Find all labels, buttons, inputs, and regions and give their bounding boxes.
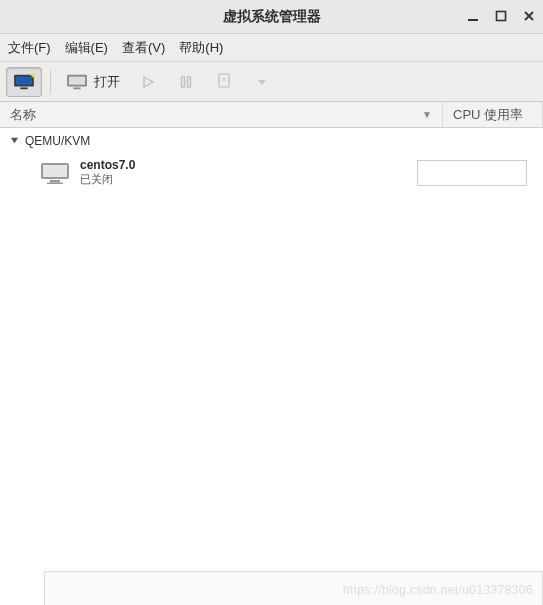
menu-bar: 文件(F) 编辑(E) 查看(V) 帮助(H) [0,34,543,62]
column-name-label: 名称 [10,106,36,124]
vm-status: 已关闭 [80,172,135,187]
svg-rect-17 [43,165,67,177]
shutdown-icon [216,73,232,91]
open-vm-button[interactable]: 打开 [59,67,127,97]
menu-help[interactable]: 帮助(H) [179,39,223,57]
svg-marker-15 [11,138,18,143]
column-name[interactable]: 名称 ▼ [0,102,443,127]
svg-rect-11 [188,77,191,87]
pause-icon [179,75,193,89]
vm-name: centos7.0 [80,158,135,172]
menu-view[interactable]: 查看(V) [122,39,165,57]
open-label: 打开 [94,73,120,91]
svg-marker-14 [258,80,266,85]
run-button[interactable] [131,67,165,97]
footer-panel [44,571,543,605]
column-cpu[interactable]: CPU 使用率 [443,102,543,127]
toolbar: 打开 [0,62,543,102]
svg-rect-10 [182,77,185,87]
svg-rect-8 [73,87,80,89]
connection-name: QEMU/KVM [25,134,90,148]
svg-rect-0 [468,19,478,21]
shutdown-menu-button[interactable] [245,67,279,97]
vm-tree[interactable]: QEMU/KVM centos7.0 已关闭 [0,128,543,588]
vm-monitor-icon [40,161,70,185]
maximize-button[interactable] [493,10,509,24]
pause-button[interactable] [169,67,203,97]
svg-marker-9 [144,77,153,87]
cpu-usage-graph [417,160,527,186]
monitor-icon [66,73,88,91]
close-button[interactable] [521,10,537,24]
toolbar-separator [50,70,51,94]
column-headers: 名称 ▼ CPU 使用率 [0,102,543,128]
menu-file[interactable]: 文件(F) [8,39,51,57]
svg-rect-4 [20,87,27,89]
column-cpu-label: CPU 使用率 [453,106,523,124]
window-title: 虚拟系统管理器 [223,8,321,26]
svg-rect-18 [50,180,60,183]
svg-rect-1 [497,11,506,20]
menu-edit[interactable]: 编辑(E) [65,39,108,57]
shutdown-button[interactable] [207,67,241,97]
minimize-button[interactable] [465,10,481,24]
svg-rect-19 [47,182,63,184]
new-vm-button[interactable] [6,67,42,97]
chevron-down-icon [257,77,267,87]
play-icon [141,75,155,89]
expand-icon[interactable] [10,134,19,148]
svg-rect-7 [69,76,85,84]
sort-indicator-icon: ▼ [422,109,432,120]
connection-row[interactable]: QEMU/KVM [0,128,543,154]
monitor-new-icon [13,73,35,91]
vm-row[interactable]: centos7.0 已关闭 [0,154,543,191]
window-controls [465,0,537,33]
svg-rect-3 [16,76,32,84]
title-bar: 虚拟系统管理器 [0,0,543,34]
